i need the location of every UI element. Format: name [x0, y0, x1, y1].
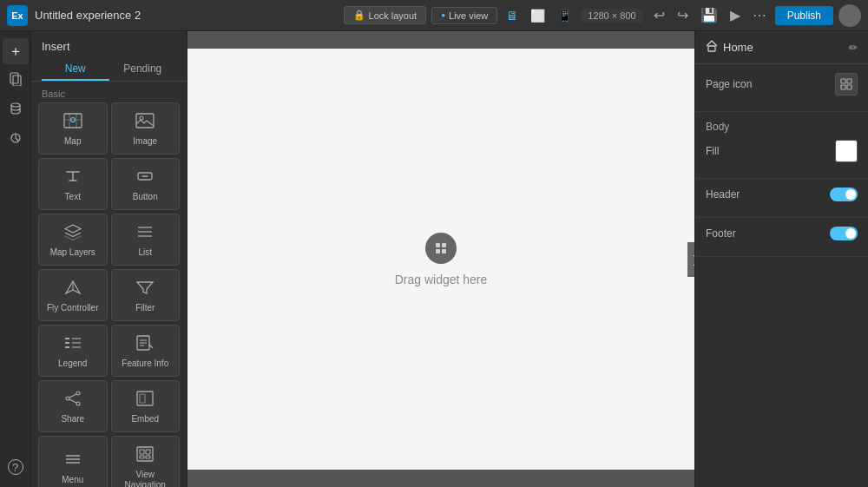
widget-text[interactable]: Text — [38, 158, 108, 210]
svg-rect-52 — [841, 85, 845, 89]
desktop-view-button[interactable]: 🖥 — [503, 7, 522, 24]
svg-rect-49 — [708, 46, 715, 51]
button-label: Button — [133, 192, 158, 202]
right-panel-title: Home — [723, 41, 844, 54]
drag-hint-text: Drag widget here — [395, 273, 488, 286]
widget-share[interactable]: Share — [38, 380, 108, 432]
widget-feature-info[interactable]: Feature Info — [111, 325, 181, 377]
image-icon — [135, 112, 155, 132]
rail-theme-button[interactable] — [3, 127, 29, 153]
map-layers-icon — [63, 223, 82, 243]
filter-label: Filter — [135, 303, 155, 313]
theme-icon — [9, 131, 23, 148]
widget-button[interactable]: Button — [111, 158, 181, 210]
fly-controller-label: Fly Controller — [47, 303, 98, 313]
rail-data-button[interactable] — [3, 97, 29, 123]
rail-pages-button[interactable] — [3, 68, 29, 94]
widget-view-navigation[interactable]: View Navigation — [111, 436, 181, 487]
insert-panel-header: Insert — [31, 31, 187, 58]
svg-rect-47 — [436, 249, 440, 253]
list-icon — [135, 223, 155, 243]
fill-color-swatch[interactable] — [835, 140, 858, 162]
svg-line-26 — [69, 394, 76, 398]
widget-list[interactable]: List — [111, 214, 181, 266]
widget-fly-controller[interactable]: Fly Controller — [38, 269, 108, 321]
publish-button[interactable]: Publish — [775, 6, 833, 25]
share-icon — [63, 390, 82, 410]
widget-grid: MapImageTextButtonMap LayersListFly Cont… — [31, 102, 187, 487]
widget-map[interactable]: Map — [38, 102, 108, 155]
menu-label: Menu — [62, 475, 83, 485]
map-layers-label: Map Layers — [50, 247, 95, 258]
save-button[interactable]: 💾 — [697, 5, 721, 25]
header-row: Header — [706, 188, 858, 201]
map-label: Map — [64, 136, 81, 147]
svg-rect-4 — [64, 114, 82, 128]
live-view-button[interactable]: ● Live view — [431, 7, 497, 24]
collapse-panel-button[interactable]: ❯ — [687, 242, 694, 277]
app-title: Untitled experience 2 — [35, 9, 337, 22]
svg-rect-1 — [13, 76, 21, 86]
widget-map-layers[interactable]: Map Layers — [38, 214, 108, 266]
svg-rect-53 — [847, 85, 852, 89]
widget-image[interactable]: Image — [111, 102, 181, 155]
svg-point-25 — [76, 402, 80, 405]
page-icon-row: Page icon — [706, 73, 858, 95]
insert-panel: Insert New Pending Basic MapImageTextBut… — [31, 31, 187, 487]
widget-legend[interactable]: Legend — [38, 325, 108, 377]
footer-section: Footer — [695, 218, 868, 257]
rail-insert-button[interactable]: ＋ — [3, 38, 29, 64]
body-label: Body — [706, 121, 858, 133]
text-icon — [63, 168, 82, 188]
edit-icon[interactable]: ✏ — [849, 42, 858, 54]
svg-rect-48 — [442, 249, 446, 253]
undo-button[interactable]: ↩ — [650, 5, 668, 25]
body-section: Body Fill — [695, 112, 868, 179]
tab-pending[interactable]: Pending — [109, 58, 177, 81]
redo-button[interactable]: ↪ — [674, 5, 692, 25]
rail-help-button[interactable]: ? — [3, 454, 29, 480]
legend-label: Legend — [58, 359, 87, 369]
fill-row: Fill — [706, 140, 858, 162]
svg-rect-13 — [65, 338, 69, 339]
legend-icon — [63, 334, 82, 354]
widget-embed[interactable]: Embed — [111, 380, 181, 432]
svg-rect-0 — [10, 73, 18, 83]
preview-button[interactable]: ▶ — [727, 5, 744, 25]
app-logo: Ex — [7, 5, 28, 26]
topbar: Ex Untitled experience 2 🔒 Lock layout ●… — [0, 0, 868, 31]
button-icon — [135, 168, 155, 188]
view-navigation-label: View Navigation — [115, 470, 176, 487]
user-avatar[interactable] — [838, 4, 861, 27]
svg-rect-15 — [65, 342, 69, 344]
right-panel-header: Home ✏ — [695, 31, 868, 64]
map-icon — [63, 112, 82, 132]
mobile-view-button[interactable]: 📱 — [554, 7, 575, 24]
chevron-right-icon: ❯ — [692, 253, 694, 266]
widget-menu[interactable]: Menu — [38, 436, 108, 487]
svg-point-7 — [140, 116, 143, 120]
svg-rect-37 — [146, 456, 150, 458]
footer-toggle[interactable] — [830, 227, 858, 240]
svg-rect-46 — [442, 243, 446, 247]
image-label: Image — [133, 136, 157, 147]
home-icon — [706, 40, 718, 55]
live-icon: ● — [441, 11, 445, 19]
header-section: Header — [695, 179, 868, 218]
section-basic-label: Basic — [31, 82, 187, 102]
lock-layout-button[interactable]: 🔒 Lock layout — [344, 6, 427, 24]
page-icon-picker[interactable] — [835, 73, 858, 95]
tab-new[interactable]: New — [42, 58, 109, 81]
svg-line-27 — [69, 399, 76, 403]
feature-info-label: Feature Info — [122, 359, 168, 369]
page-icon-label: Page icon — [706, 78, 752, 90]
more-options-button[interactable]: ⋯ — [749, 5, 770, 25]
svg-rect-29 — [140, 394, 145, 403]
embed-icon — [135, 390, 155, 410]
header-toggle[interactable] — [830, 188, 858, 201]
tablet-view-button[interactable]: ⬜ — [527, 7, 549, 24]
widget-filter[interactable]: Filter — [111, 269, 181, 321]
svg-rect-51 — [847, 79, 852, 83]
header-label: Header — [706, 188, 740, 201]
menu-icon — [63, 451, 82, 471]
